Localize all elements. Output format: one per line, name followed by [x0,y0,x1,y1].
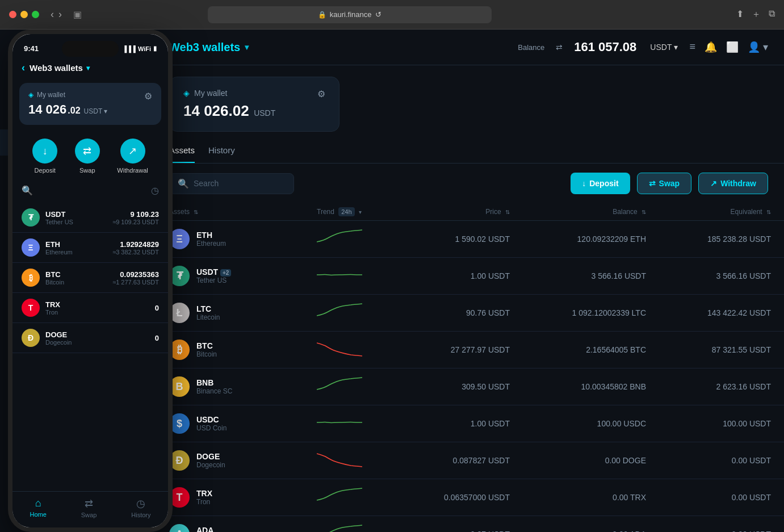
eth-phone-icon: Ξ [22,238,40,257]
btc-phone-icon: ₿ [22,269,40,287]
col-balance: Balance ⇅ [510,208,646,216]
phone-swap-button[interactable]: ⇄ Swap [75,139,100,174]
row-action-icons: ↓ ⇄ ↗ [771,382,784,391]
traffic-lights [9,11,39,18]
assets-table: Assets ⇅ Trend 24h ▾ Price ⇅ Balance ⇅ [153,203,784,532]
phone-back-button[interactable]: ‹ [22,62,25,74]
main-content: Web3 wallets ▾ Balance ⇄ 161 057.08 USDT… [153,30,784,532]
forward-button[interactable]: › [58,9,62,20]
phone-withdrawal-button[interactable]: ↗ Withdrawal [117,139,148,174]
lock-icon: 🔒 [318,11,326,19]
asset-symbol: LTC [196,304,220,313]
phone-deposit-button[interactable]: ↓ Deposit [32,139,57,174]
deposit-button[interactable]: ↓ Deposit [571,173,630,194]
row-action-icons: ↓ ⇄ ↗ [771,456,784,465]
wallet-card: ◈ My wallet 14 026.02 USDT ⚙ [169,77,339,132]
phone-asset-symbol: USDT [45,210,73,219]
new-tab-icon[interactable]: ＋ [752,9,761,20]
phone-wallet-name: ◈ My wallet [28,91,107,99]
phone-asset-row[interactable]: ÐDOGEDogecoin0 [12,323,168,353]
reload-icon[interactable]: ↺ [375,10,381,19]
phone-asset-right: 9 109.23≈9 109.23 USDT [112,210,159,225]
phone-withdrawal-circle-icon: ↗ [120,139,145,164]
phone-asset-row[interactable]: ₮USDTTether US9 109.23≈9 109.23 USDT [12,203,168,233]
phone-swap-circle-icon: ⇄ [75,139,100,164]
trend-sort-icon[interactable]: ▾ [359,209,362,215]
equivalent-cell: 87 321.55 USDT [646,345,771,354]
phone-asset-amount: 0 [155,334,159,342]
back-button[interactable]: ‹ [51,9,54,20]
balance-cell: 100.00 USDC [510,419,646,428]
phone-wallet-info: ◈ My wallet 14 026 .02 USDT ▾ [28,91,107,117]
phone-nav-item-home[interactable]: ⌂Home [30,497,46,518]
battery-icon: ▮ [153,45,157,52]
table-view-icon[interactable]: ≡ [689,41,695,53]
share-icon[interactable]: ⬆ [736,9,744,20]
swap-button[interactable]: ⇄ Swap [637,173,692,194]
doge-phone-icon: Ð [22,329,40,347]
balance-cell: 3 566.16 USDT [510,271,646,280]
close-button[interactable] [9,11,16,18]
phone-asset-row[interactable]: ₿BTCBitcoin0.09235363≈1 277.63 USDT [12,263,168,293]
trend-period-badge[interactable]: 24h [338,207,354,216]
phone-asset-right: 0 [155,334,159,342]
withdraw-arrow-icon: ↗ [710,179,717,188]
phone-nav-item-swap[interactable]: ⇄Swap [81,497,97,518]
balance-sort-icon[interactable]: ⇅ [642,209,646,215]
price-sort-icon[interactable]: ⇅ [505,209,510,215]
header-right: Balance ⇄ 161 057.08 USDT ▾ ≡ 🔔 ⬜ 👤 ▾ [518,40,768,55]
table-header: Assets ⇅ Trend 24h ▾ Price ⇅ Balance ⇅ [153,203,784,221]
phone-title-chevron-icon[interactable]: ▾ [86,64,90,72]
browser-actions: ⬆ ＋ ⧉ [736,9,775,20]
balance-arrows-icon: ⇄ [556,43,563,52]
table-row: AADACardano0.27 USDT0.00 ADA0.00 USDT ↓ … [153,516,784,532]
phone-asset-fullname: Bitcoin [45,279,64,286]
phone-asset-fullname: Tron [45,309,60,316]
user-icon[interactable]: 👤 ▾ [748,41,768,53]
deposit-arrow-icon: ↓ [582,179,586,188]
notification-icon[interactable]: 🔔 [705,41,717,53]
equivalent-sort-icon[interactable]: ⇅ [766,209,771,215]
minimize-button[interactable] [20,11,28,18]
phone-header: ‹ Web3 wallets ▾ [12,57,168,78]
history-nav-icon: ◷ [136,497,145,510]
wallet-settings-icon[interactable]: ⚙ [317,89,325,99]
wallet-connect-icon[interactable]: ⬜ [726,41,739,53]
price-cell: 90.76 USDT [385,308,510,317]
row-action-icons: ↓ ⇄ ↗ [771,530,784,532]
phone-asset-symbol: ETH [45,240,73,249]
wallet-name: ◈ My wallet [183,89,275,98]
balance-cell: 0.00 TRX [510,493,646,502]
asset-symbol: DOGE [196,452,225,461]
wifi-icon: WiFi [138,45,151,52]
tabs-icon[interactable]: ⧉ [769,9,775,20]
mobile-phone: 9:41 ▐▐▐ WiFi ▮ ‹ Web3 wallets ▾ ◈ My wa… [8,30,173,532]
phone-asset-amount: 1.92924829 [112,240,159,249]
asset-fullname: Tether US [196,277,231,284]
search-box: 🔍 [169,173,294,194]
address-bar[interactable]: 🔒 kauri.finance ↺ [208,6,492,23]
phone-search-icon[interactable]: 🔍 [22,185,33,196]
home-nav-icon: ⌂ [35,497,41,509]
phone-history-icon[interactable]: ◷ [151,185,159,196]
phone-asset-left: ₿BTCBitcoin [22,269,64,287]
tab-assets[interactable]: Assets [169,141,195,163]
asset-cell-ltc: ŁLTCLitecoin [169,303,317,323]
withdraw-button[interactable]: ↗ Withdraw [698,173,768,194]
currency-chevron-icon[interactable]: ▾ [674,43,678,52]
assets-sort-icon[interactable]: ⇅ [194,209,198,215]
balance-cell: 0.00 DOGE [510,456,646,465]
signal-icon: ▐▐▐ [122,45,135,52]
phone-action-buttons: ↓ Deposit ⇄ Swap ↗ Withdrawal [12,129,168,183]
sidebar-toggle-icon[interactable]: ▣ [73,9,82,20]
search-input[interactable] [194,179,286,188]
ada-icon: A [169,524,190,532]
maximize-button[interactable] [32,11,39,18]
phone-status-icons: ▐▐▐ WiFi ▮ [122,45,157,52]
phone-asset-row[interactable]: ΞETHEthereum1.92924829≈3 382.32 USDT [12,233,168,263]
phone-asset-row[interactable]: TTRXTron0 [12,293,168,323]
page-title-chevron[interactable]: ▾ [245,43,249,52]
tab-history[interactable]: History [208,141,235,163]
phone-wallet-gear-icon[interactable]: ⚙ [144,91,152,102]
phone-nav-item-history[interactable]: ◷History [131,497,150,518]
